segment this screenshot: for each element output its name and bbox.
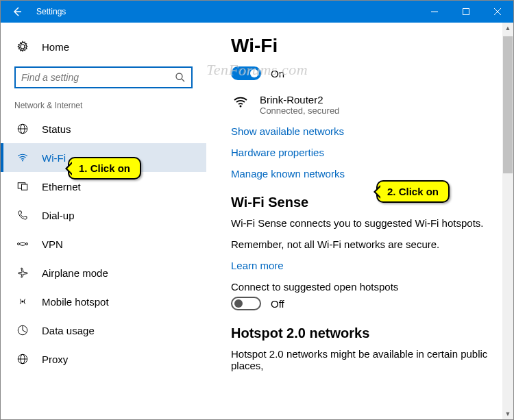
status-icon: [14, 123, 31, 135]
sidebar-item-label: Airplane mode: [42, 267, 108, 279]
window-titlebar: Settings: [1, 1, 513, 23]
annotation-callout-1: 1. Click on: [68, 157, 141, 180]
wifi-toggle-label: On: [271, 68, 284, 79]
vpn-icon: [14, 238, 31, 250]
proxy-icon: [14, 353, 31, 365]
annotation-callout-2: 2. Click on: [376, 180, 450, 203]
datausage-icon: [14, 324, 31, 336]
sidebar-item-proxy[interactable]: Proxy: [1, 345, 206, 373]
sidebar-item-label: Data usage: [42, 325, 95, 336]
svg-point-14: [26, 243, 28, 245]
svg-point-20: [240, 106, 242, 108]
link-show-networks[interactable]: Show available networks: [231, 125, 497, 137]
sidebar-item-label: Ethernet: [42, 181, 81, 193]
airplane-icon: [14, 267, 31, 279]
hotspot20-heading: Hotspot 2.0 networks: [231, 325, 497, 341]
wifi-icon: [14, 151, 31, 164]
window-title: Settings: [34, 7, 66, 16]
settings-sidebar: Home Network & Internet Status Wi-Fi Eth…: [1, 23, 206, 419]
sidebar-item-datausage[interactable]: Data usage: [1, 316, 206, 345]
search-icon: [175, 72, 186, 83]
sidebar-item-label: Proxy: [42, 354, 68, 365]
vertical-scrollbar[interactable]: ▲ ▼: [502, 23, 513, 419]
link-learn-more[interactable]: Learn more: [231, 260, 497, 271]
sidebar-item-vpn[interactable]: VPN: [1, 230, 206, 258]
sidebar-item-dialup[interactable]: Dial-up: [1, 201, 206, 230]
link-manage-known-networks[interactable]: Manage known networks: [231, 168, 497, 180]
dialup-icon: [14, 209, 31, 221]
svg-line-6: [182, 79, 184, 82]
current-network[interactable]: Brink-Router2 Connected, secured: [231, 94, 497, 116]
sidebar-item-label: Dial-up: [42, 210, 75, 221]
search-input[interactable]: [21, 72, 175, 83]
close-button[interactable]: [482, 1, 513, 23]
wifi-sense-heading: Wi-Fi Sense: [231, 195, 497, 210]
wifi-sense-note: Remember, not all Wi-Fi networks are sec…: [231, 238, 497, 250]
back-button[interactable]: [1, 1, 34, 23]
scroll-down-arrow[interactable]: ▼: [502, 408, 513, 419]
hotspot20-body: Hotspot 2.0 networks might be available …: [231, 348, 497, 371]
scroll-up-arrow[interactable]: ▲: [502, 23, 513, 34]
network-status: Connected, secured: [260, 106, 339, 116]
wifi-signal-icon: [231, 94, 250, 113]
svg-point-15: [22, 301, 24, 303]
maximize-icon: [463, 8, 469, 15]
sidebar-home-label: Home: [42, 41, 69, 53]
sidebar-item-label: VPN: [42, 238, 63, 250]
ethernet-icon: [14, 180, 31, 193]
search-input-container[interactable]: [14, 66, 193, 88]
minimize-button[interactable]: [419, 1, 450, 23]
sidebar-item-hotspot[interactable]: Mobile hotspot: [1, 287, 206, 316]
connect-suggested-toggle[interactable]: [231, 297, 261, 310]
sidebar-item-status[interactable]: Status: [1, 114, 206, 143]
svg-point-10: [22, 160, 23, 162]
wifi-toggle[interactable]: [231, 66, 261, 80]
main-panel: Wi-Fi On Brink-Router2 Connected, secure…: [206, 23, 513, 419]
svg-point-5: [176, 73, 182, 79]
link-hardware-properties[interactable]: Hardware properties: [231, 147, 497, 158]
maximize-button[interactable]: [450, 1, 482, 23]
network-name: Brink-Router2: [260, 94, 339, 106]
wifi-sense-body: Wi-Fi Sense connects you to suggested Wi…: [231, 217, 497, 229]
svg-rect-12: [22, 184, 27, 190]
arrow-left-icon: [12, 6, 23, 17]
sidebar-home[interactable]: Home: [1, 35, 206, 58]
sidebar-category: Network & Internet: [1, 101, 206, 114]
sidebar-item-airplane[interactable]: Airplane mode: [1, 258, 206, 287]
close-icon: [494, 8, 501, 15]
connect-suggested-state: Off: [271, 298, 284, 310]
page-title: Wi-Fi: [231, 35, 497, 57]
sidebar-item-label: Status: [42, 123, 71, 135]
connect-suggested-label: Connect to suggested open hotspots: [231, 281, 497, 293]
gear-icon: [14, 40, 31, 53]
svg-rect-2: [463, 9, 469, 15]
window-controls: [419, 1, 513, 23]
svg-point-13: [18, 243, 20, 245]
sidebar-item-label: Mobile hotspot: [42, 296, 109, 308]
scrollbar-thumb[interactable]: [503, 36, 513, 173]
minimize-icon: [431, 8, 438, 15]
hotspot-icon: [14, 295, 31, 308]
